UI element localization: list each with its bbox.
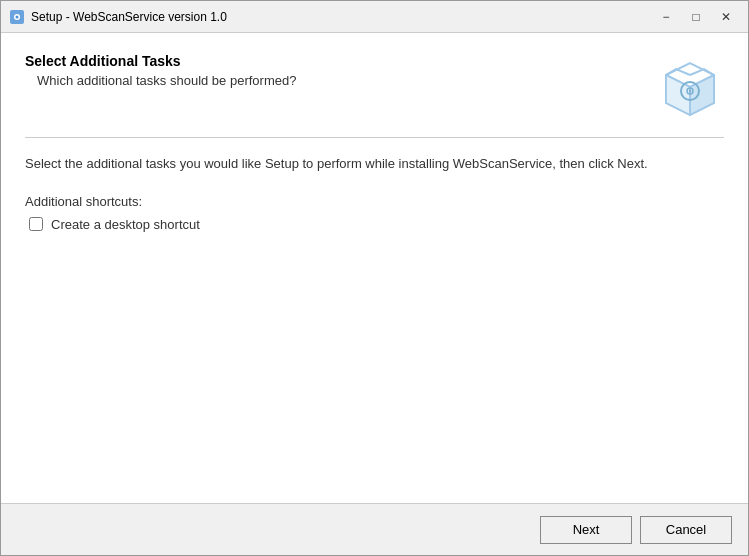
titlebar-left: Setup - WebScanService version 1.0 (9, 9, 227, 25)
setup-window: Setup - WebScanService version 1.0 − □ ✕… (0, 0, 749, 556)
page-title: Select Additional Tasks (25, 53, 656, 69)
window-icon (9, 9, 25, 25)
divider (25, 137, 724, 138)
cancel-button[interactable]: Cancel (640, 516, 732, 544)
desktop-shortcut-label[interactable]: Create a desktop shortcut (51, 217, 200, 232)
shortcuts-label: Additional shortcuts: (25, 194, 724, 209)
svg-marker-5 (666, 75, 690, 115)
titlebar-controls: − □ ✕ (652, 5, 740, 29)
main-content: Select Additional Tasks Which additional… (1, 33, 748, 503)
maximize-button[interactable]: □ (682, 5, 710, 29)
svg-marker-6 (690, 75, 714, 115)
desktop-shortcut-checkbox[interactable] (29, 217, 43, 231)
description-text: Select the additional tasks you would li… (25, 154, 724, 174)
window-title: Setup - WebScanService version 1.0 (31, 10, 227, 24)
footer: Next Cancel (1, 503, 748, 555)
close-button[interactable]: ✕ (712, 5, 740, 29)
desktop-shortcut-item: Create a desktop shortcut (29, 217, 724, 232)
minimize-button[interactable]: − (652, 5, 680, 29)
titlebar: Setup - WebScanService version 1.0 − □ ✕ (1, 1, 748, 33)
header-text: Select Additional Tasks Which additional… (25, 53, 656, 88)
header-section: Select Additional Tasks Which additional… (25, 53, 724, 121)
svg-point-2 (16, 15, 19, 18)
spacer (25, 232, 724, 492)
page-subtitle: Which additional tasks should be perform… (37, 73, 656, 88)
next-button[interactable]: Next (540, 516, 632, 544)
svg-point-9 (689, 90, 691, 92)
package-icon (656, 53, 724, 121)
